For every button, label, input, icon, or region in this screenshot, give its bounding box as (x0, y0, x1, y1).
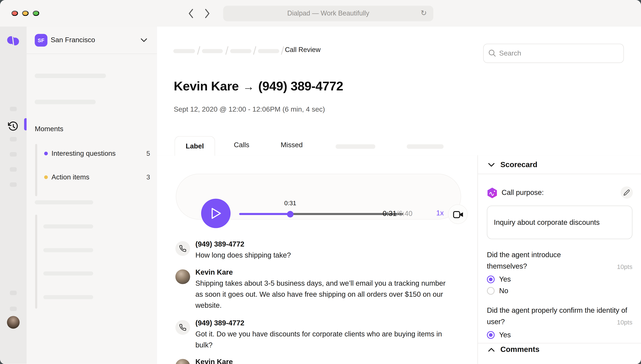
total-duration: 6:40 (398, 209, 412, 218)
time-separator: / (396, 209, 398, 218)
tab-missed[interactable]: Missed (274, 140, 309, 150)
dialpad-logo-icon (7, 36, 20, 46)
moments-track (35, 144, 37, 196)
avatar (175, 359, 190, 364)
call-purpose-value: Inquiry about corporate discounts (494, 218, 600, 226)
speaker-name: Kevin Kare (196, 267, 449, 278)
moment-count: 5 (146, 150, 150, 157)
forward-button[interactable] (204, 8, 212, 19)
elapsed-time: 0:31 (383, 209, 396, 218)
history-icon (8, 121, 19, 132)
fullscreen-button[interactable] (33, 11, 39, 16)
search-box (483, 44, 624, 63)
radio-selected-icon (487, 331, 495, 339)
scorecard-panel: Scorecard Call purpose: (478, 156, 641, 364)
rail-skeleton-item (10, 137, 17, 141)
moments-heading: Moments (35, 125, 63, 133)
moment-item-interesting-questions[interactable]: Interesting questions 5 (39, 148, 153, 159)
speaker-name: (949) 389-4772 (196, 239, 449, 250)
rail-skeleton-item (10, 182, 17, 187)
minimize-button[interactable] (22, 11, 29, 16)
sidebar-skeleton-line (43, 224, 93, 228)
breadcrumb-separator (225, 46, 228, 55)
rail-skeleton-item (10, 152, 17, 156)
transcript-entry: (949) 389-4772 Got it. Do we you have di… (175, 318, 449, 351)
rail-skeleton-item (10, 291, 17, 295)
divider (478, 343, 641, 343)
call-purpose-row: Call purpose: (478, 186, 641, 199)
browser-titlebar: Dialpad — Work Beautifully ↻ (0, 0, 641, 27)
call-title: Kevin Kare→(949) 389-4772 (174, 79, 343, 94)
callee-number: (949) 389-4772 (258, 79, 343, 93)
chevron-up-icon[interactable] (488, 348, 495, 352)
chevron-down-icon[interactable] (488, 163, 495, 167)
radio-label: No (499, 286, 508, 295)
refresh-icon[interactable]: ↻ (418, 8, 429, 18)
call-purpose-label: Call purpose: (502, 188, 544, 197)
breadcrumb-separator (197, 46, 200, 55)
call-datetime: Sept 12, 2020 @ 12:00 - 12:06PM (6 min, … (174, 105, 325, 114)
breadcrumb-separator (253, 46, 256, 55)
sidebar-item-history[interactable] (8, 121, 19, 132)
playhead-time: 0:31 (281, 200, 300, 206)
question-text: Did the agent properly confirm the ident… (487, 304, 632, 328)
sidebar-skeleton-line (43, 295, 93, 299)
tab-calls[interactable]: Calls (227, 140, 256, 150)
search-input[interactable] (483, 44, 624, 63)
breadcrumb-skeleton-link[interactable] (230, 49, 251, 53)
sidebar-skeleton-line (43, 248, 93, 252)
edit-button[interactable] (620, 186, 633, 199)
speaker-name: (949) 389-4772 (196, 318, 449, 328)
close-button[interactable] (12, 11, 18, 16)
time-display: 0:31/6:40 (383, 209, 412, 218)
address-bar[interactable]: Dialpad — Work Beautifully ↻ (223, 6, 433, 21)
audio-player: 0:31 0:31/6:40 1x (176, 174, 461, 220)
tab-label[interactable]: Label (174, 136, 215, 156)
transcript-entry: Kevin Kare Shipping takes about 3-5 busi… (175, 267, 449, 311)
scorecard-title: Scorecard (500, 160, 538, 169)
tab-skeleton (336, 144, 375, 149)
breadcrumb-skeleton-link[interactable] (202, 49, 223, 53)
utterance-text: Shipping takes about 3-5 business days, … (196, 278, 449, 311)
sidebar-skeleton-line (35, 100, 96, 104)
page-title: Dialpad — Work Beautifully (223, 10, 433, 17)
playback-speed-button[interactable]: 1x (434, 208, 446, 218)
breadcrumb-current: Call Review (285, 46, 320, 54)
progress-thumb[interactable] (287, 211, 294, 218)
workspace-name: San Francisco (51, 36, 95, 44)
play-button[interactable] (201, 199, 230, 228)
utterance-text: How long does shipping take? (196, 250, 449, 261)
phone-icon (175, 320, 190, 335)
tab-skeleton (407, 144, 444, 149)
progress-played[interactable] (239, 213, 290, 215)
icon-rail (0, 26, 27, 364)
breadcrumb-separator (281, 46, 284, 55)
arrow-right-icon: → (243, 80, 254, 93)
rail-skeleton-item (10, 106, 17, 111)
workspace-badge: SF (35, 34, 47, 47)
comments-title: Comments (500, 345, 540, 354)
app-window: Dialpad — Work Beautifully ↻ (0, 0, 641, 364)
question-text: Did the agent introduce themselves? (487, 249, 585, 272)
user-avatar[interactable] (7, 316, 20, 328)
scorecard-header: Scorecard (478, 156, 641, 174)
video-button[interactable] (448, 204, 468, 224)
radio-unselected-icon (487, 287, 495, 295)
sidebar-skeleton-line (35, 74, 106, 78)
call-purpose-field[interactable]: Inquiry about corporate discounts (487, 206, 632, 239)
workspace-switcher[interactable]: SF San Francisco (26, 26, 157, 54)
sidebar: SF San Francisco Moments Interesting que… (26, 26, 157, 364)
chevron-left-icon (188, 8, 196, 18)
back-button[interactable] (188, 8, 196, 19)
purple-dot-icon (44, 152, 48, 156)
breadcrumb-skeleton-link[interactable] (258, 49, 279, 53)
question-points: 10pts (617, 263, 632, 270)
radio-label: Yes (499, 275, 511, 284)
breadcrumb-skeleton-link[interactable] (174, 49, 195, 53)
phone-icon (175, 241, 190, 256)
transcript-entry: Kevin Kare (175, 356, 449, 364)
ai-icon (487, 187, 498, 199)
transcript-entry: (949) 389-4772 How long does shipping ta… (175, 239, 449, 261)
moment-item-action-items[interactable]: Action items 3 (39, 172, 153, 183)
avatar (175, 269, 190, 284)
